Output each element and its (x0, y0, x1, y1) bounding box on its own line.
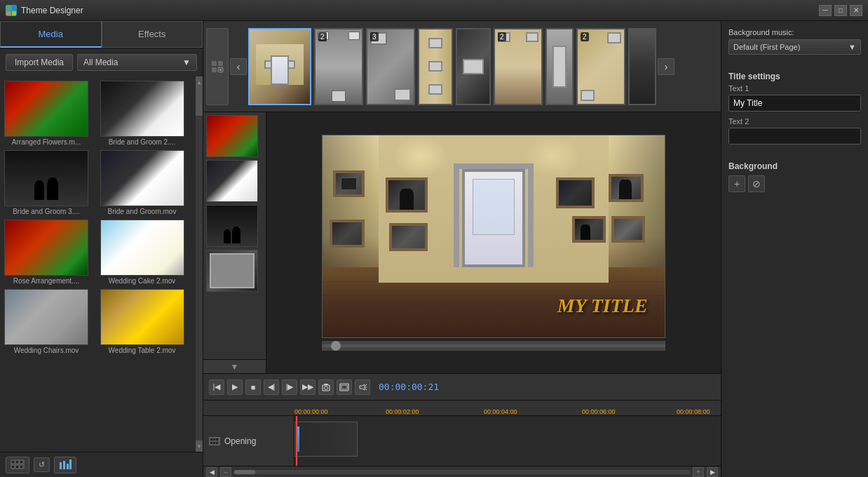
text1-input[interactable] (728, 95, 861, 112)
list-item[interactable]: Wedding Cake 2.mov (100, 220, 192, 285)
ruler-mark: 00:00:04:00 (484, 408, 517, 415)
timeline-track-label: Opening (203, 416, 294, 466)
media-filter-dropdown[interactable]: All Media ▼ (77, 54, 197, 71)
snapshot-button[interactable] (318, 379, 334, 395)
preview-slider-track (322, 344, 665, 347)
list-item[interactable]: Wedding Chairs.mov (4, 289, 96, 354)
thumbnail-scroll[interactable] (203, 112, 266, 359)
fast-forward-button[interactable]: ▶▶ (300, 379, 316, 395)
slide-thumb[interactable] (206, 205, 258, 247)
time-display: 00:00:00:21 (379, 382, 439, 392)
filmstrip-button[interactable] (6, 457, 29, 473)
template-number: 2 (498, 32, 506, 41)
play-button[interactable]: ▶ (227, 379, 243, 395)
svg-rect-32 (213, 438, 215, 441)
filter-arrow-icon: ▼ (182, 58, 191, 67)
preview-slider[interactable] (322, 341, 665, 351)
preview-area: MY TITLE (266, 112, 721, 373)
prev-frame-button[interactable]: ◀| (264, 379, 279, 395)
scroll-up-button[interactable]: ▲ (196, 76, 203, 88)
template-thumb[interactable]: 2 (314, 28, 363, 105)
template-thumb[interactable] (628, 28, 656, 105)
text2-input[interactable] (728, 128, 861, 145)
template-thumb[interactable]: 2 (576, 28, 625, 105)
fullscreen-button[interactable] (337, 379, 352, 395)
media-thumbnail (100, 289, 184, 345)
media-thumbnail (4, 150, 88, 206)
template-strip-prev-button[interactable]: ‹ (230, 58, 247, 75)
close-button[interactable]: ✕ (850, 5, 862, 16)
audio-button[interactable] (355, 379, 370, 395)
list-item[interactable]: Bride and Groom.mov (100, 150, 192, 215)
list-item[interactable]: Arranged Flowers.m... (4, 81, 96, 146)
track-clip[interactable] (294, 422, 358, 457)
svg-rect-8 (12, 466, 14, 468)
stop-button[interactable]: ■ (245, 379, 261, 395)
svg-line-27 (365, 384, 367, 386)
media-toolbar: Import Media All Media ▼ (0, 48, 203, 76)
ruler-mark: 00:00:00:00 (294, 408, 328, 415)
zoom-out-button[interactable]: – (220, 467, 231, 477)
template-thumb[interactable] (456, 28, 491, 105)
template-number: 3 (370, 32, 379, 41)
template-strip-next-button[interactable]: › (658, 58, 674, 75)
media-thumbnail (4, 220, 88, 276)
media-thumbnail (4, 81, 88, 137)
text1-label: Text 1 (728, 84, 861, 93)
thumbnail-list: ▼ (203, 112, 266, 373)
tab-media[interactable]: Media (0, 21, 102, 48)
template-thumb[interactable] (545, 28, 574, 105)
title-settings-heading: Title settings (728, 72, 861, 81)
svg-rect-13 (67, 464, 69, 469)
first-frame-button[interactable]: |◀ (209, 379, 224, 395)
timeline-track[interactable] (294, 416, 721, 466)
chart-button[interactable] (54, 457, 76, 473)
template-thumb[interactable]: 2 (494, 28, 543, 105)
main-container: Media Effects Import Media All Media ▼ A… (0, 21, 868, 477)
import-media-button[interactable]: Import Media (6, 54, 73, 71)
preview-slider-thumb[interactable] (331, 341, 341, 351)
template-thumb[interactable]: 3 (366, 28, 415, 105)
media-thumbnail (4, 289, 88, 345)
window-controls: ─ □ ✕ (819, 5, 862, 16)
left-bottom-bar: ↺ (0, 452, 203, 477)
maximize-button[interactable]: □ (834, 5, 847, 16)
rotate-button[interactable]: ↺ (34, 457, 50, 472)
list-item[interactable]: Rose Arrangement.... (4, 220, 96, 285)
svg-rect-36 (216, 442, 218, 444)
background-music-dropdown[interactable]: Default (First Page) ▼ (728, 39, 861, 55)
minimize-button[interactable]: ─ (819, 5, 832, 16)
media-label: Bride and Groom 2.... (100, 138, 184, 146)
list-item[interactable]: Wedding Table 2.mov (100, 289, 192, 354)
template-thumb[interactable] (418, 28, 453, 105)
thumbnail-scroll-down[interactable]: ▼ (203, 359, 266, 373)
zoom-in-button[interactable]: + (693, 467, 704, 477)
add-template-button[interactable] (206, 28, 229, 105)
svg-rect-2 (6, 11, 11, 15)
background-music-label: Background music: (728, 28, 861, 36)
list-item[interactable]: Bride and Groom 2.... (100, 81, 192, 146)
media-label: Wedding Cake 2.mov (100, 277, 184, 285)
svg-rect-12 (63, 461, 65, 469)
background-remove-button[interactable]: ⊘ (748, 175, 765, 192)
timeline-scroll-left-button[interactable]: ◀ (206, 467, 217, 477)
timeline-scroll-right-button[interactable]: ▶ (707, 467, 718, 477)
media-label: Wedding Chairs.mov (4, 347, 88, 354)
list-item[interactable]: Bride and Groom 3.... (4, 150, 96, 215)
timeline-scroll-track (234, 470, 690, 474)
timeline-content: Opening (203, 416, 721, 466)
next-frame-button[interactable]: |▶ (282, 379, 297, 395)
text2-label: Text 2 (728, 117, 861, 126)
slide-thumb[interactable] (206, 160, 258, 202)
timeline-ruler: 00:00:00:00 00:00:02:00 00:00:04:00 00:0… (203, 401, 721, 416)
slide-thumb[interactable] (206, 250, 258, 292)
template-thumb[interactable] (248, 28, 311, 105)
tab-effects[interactable]: Effects (102, 21, 203, 48)
scroll-thumb[interactable] (196, 88, 203, 116)
svg-rect-16 (218, 61, 223, 66)
timeline-scroll-thumb[interactable] (234, 470, 255, 474)
slide-thumb[interactable] (206, 115, 258, 157)
scroll-down-button[interactable]: ▼ (196, 441, 203, 452)
background-add-button[interactable]: + (728, 175, 745, 192)
playhead (296, 416, 297, 466)
